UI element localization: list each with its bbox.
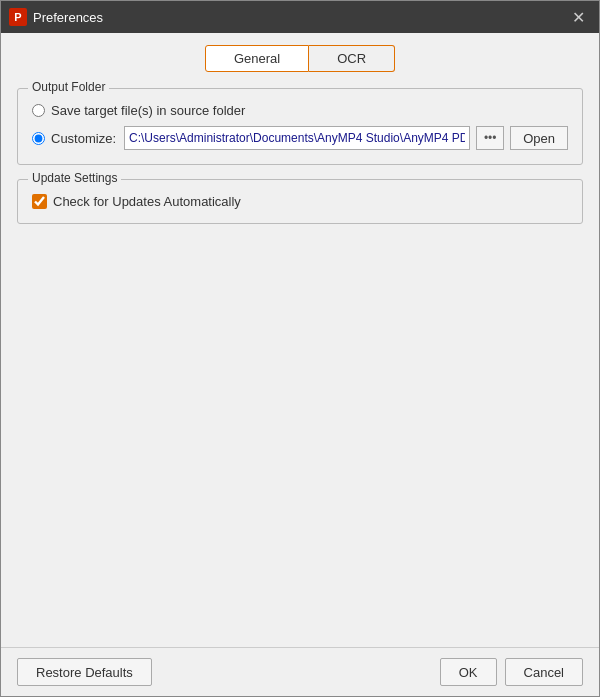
tab-ocr[interactable]: OCR [309, 45, 395, 72]
open-button[interactable]: Open [510, 126, 568, 150]
save-source-radio[interactable] [32, 104, 45, 117]
output-folder-section: Output Folder Save target file(s) in sou… [17, 88, 583, 165]
restore-defaults-button[interactable]: Restore Defaults [17, 658, 152, 686]
check-updates-row: Check for Updates Automatically [32, 194, 568, 209]
ok-button[interactable]: OK [440, 658, 497, 686]
app-icon: P [9, 8, 27, 26]
customize-radio[interactable] [32, 132, 45, 145]
tab-bar: General OCR [17, 45, 583, 72]
ellipsis-button[interactable]: ••• [476, 126, 504, 150]
svg-text:P: P [14, 11, 21, 23]
cancel-button[interactable]: Cancel [505, 658, 583, 686]
main-content: General OCR Output Folder Save target fi… [1, 33, 599, 647]
update-settings-section: Update Settings Check for Updates Automa… [17, 179, 583, 224]
check-updates-checkbox[interactable] [32, 194, 47, 209]
tab-content: Output Folder Save target file(s) in sou… [17, 88, 583, 647]
check-updates-label: Check for Updates Automatically [53, 194, 241, 209]
customize-row: Customize: ••• Open [32, 126, 568, 150]
footer: Restore Defaults OK Cancel [1, 647, 599, 696]
preferences-window: P Preferences ✕ General OCR Output Folde… [0, 0, 600, 697]
title-bar: P Preferences ✕ [1, 1, 599, 33]
save-source-row: Save target file(s) in source folder [32, 103, 568, 118]
customize-path-input[interactable] [124, 126, 470, 150]
window-title: Preferences [33, 10, 565, 25]
output-folder-legend: Output Folder [28, 80, 109, 94]
save-source-label: Save target file(s) in source folder [51, 103, 245, 118]
footer-right-buttons: OK Cancel [440, 658, 583, 686]
update-settings-legend: Update Settings [28, 171, 121, 185]
customize-label: Customize: [51, 131, 116, 146]
close-button[interactable]: ✕ [565, 4, 591, 30]
tab-general[interactable]: General [205, 45, 309, 72]
